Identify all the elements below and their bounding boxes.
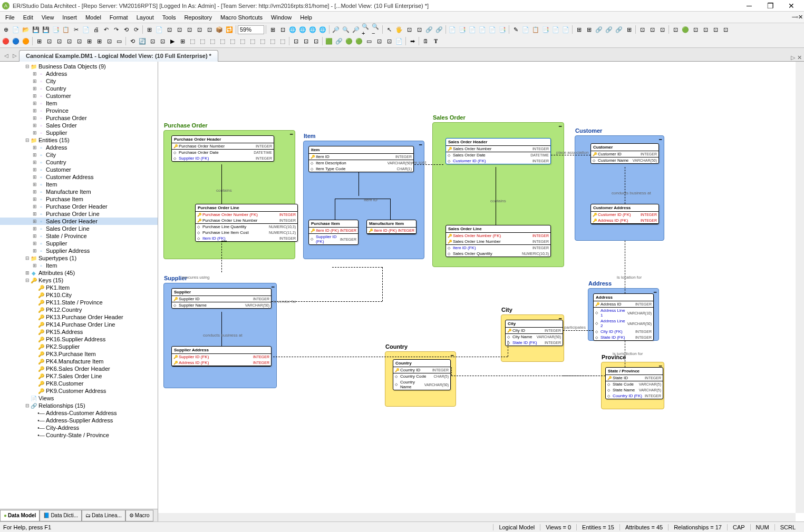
toolbar-button[interactable]: 🔴: [1, 36, 11, 46]
tree-key-item[interactable]: 🔑PK10.City: [0, 291, 158, 299]
toolbar-button[interactable]: ⊡: [701, 25, 710, 34]
toolbar-button[interactable]: 🔗: [334, 36, 344, 46]
entity-mitem[interactable]: Manufacture Item🔑Item ID (FK)INTEGER: [366, 220, 416, 234]
entity-soh[interactable]: Sales Order Header🔑Sales Order NumberINT…: [445, 138, 551, 164]
tree-key-item[interactable]: 🔑PK1.Item: [0, 284, 158, 291]
tree-key-item[interactable]: 🔑PK11.State / Province: [0, 299, 158, 306]
entity-item[interactable]: Item🔑Item IDINTEGER◇Item DescriptionVARC…: [308, 146, 414, 172]
toolbar-button[interactable]: 🟢: [344, 36, 354, 46]
toolbar-button[interactable]: 📄: [561, 25, 570, 34]
menu-help[interactable]: Help: [296, 13, 316, 22]
toolbar-button[interactable]: 🟢: [681, 25, 690, 34]
menu-repository[interactable]: Repository: [180, 13, 216, 22]
toolbar-button[interactable]: ⊡: [54, 36, 64, 46]
toolbar-button[interactable]: ⟳: [131, 25, 141, 34]
tree-key-item[interactable]: 🔑PK8.Customer: [0, 380, 158, 387]
minimize-button[interactable]: ─: [739, 0, 760, 12]
menu-format[interactable]: Format: [105, 13, 132, 22]
toolbar-button[interactable]: ⬚: [188, 36, 197, 46]
tree-bdo-item[interactable]: ⊞▫Address: [0, 70, 158, 77]
toolbar-button[interactable]: ⊞: [574, 25, 584, 34]
toolbar-button[interactable]: ⊡: [374, 36, 384, 46]
toolbar-button[interactable]: 🔵: [11, 36, 21, 46]
entity-poh[interactable]: Purchase Order Header🔑Purchase Order Num…: [171, 135, 274, 162]
tree-bdo-item[interactable]: ⊞▫Purchase Order: [0, 114, 158, 122]
toolbar-button[interactable]: 📄: [468, 25, 477, 34]
toolbar-button[interactable]: ↷: [111, 25, 121, 34]
toolbar-button[interactable]: 🔗: [434, 25, 444, 34]
cluster-minimize-icon[interactable]: ━: [659, 137, 662, 142]
toolbar-button[interactable]: ⊡: [64, 36, 74, 46]
menu-layout[interactable]: Layout: [132, 13, 158, 22]
tab-nav-left-icon[interactable]: ◁: [2, 53, 11, 61]
tree-entity-item[interactable]: ⊞▫Purchase Order Header: [0, 203, 158, 210]
toolbar-button[interactable]: ⊡: [164, 25, 174, 34]
toolbar-button[interactable]: ⊡: [721, 25, 730, 34]
tab-data-dictionary[interactable]: 📘Data Dicti...: [40, 510, 82, 521]
toolbar-button[interactable]: ✂: [71, 25, 81, 34]
toolbar-button[interactable]: ⊡: [384, 36, 394, 46]
tree-entity-item[interactable]: ⊞▫Address: [0, 144, 158, 151]
toolbar-button[interactable]: ⊡: [44, 36, 54, 46]
tree-entity-item[interactable]: ⊞▫Sales Order Line: [0, 225, 158, 232]
tree-key-item[interactable]: 🔑PK2.Supplier: [0, 343, 158, 350]
toolbar-button[interactable]: ⬚: [248, 36, 257, 46]
cluster-minimize-icon[interactable]: ━: [272, 284, 274, 290]
entity-country[interactable]: Country🔑Country IDINTEGER◇Country CodeCH…: [393, 359, 451, 390]
tree-entity-item[interactable]: ⊞▫Customer: [0, 166, 158, 173]
toolbar-button[interactable]: 📦: [215, 25, 224, 34]
toolbar-button[interactable]: 📑: [51, 25, 61, 34]
tab-close-icon[interactable]: ✕: [797, 54, 802, 61]
tree-relationships[interactable]: ⊟🔗Relationships (15): [0, 402, 158, 409]
tree-entity-item[interactable]: ⊞▫Purchase Item: [0, 195, 158, 203]
toolbar-button[interactable]: 🌐: [288, 25, 297, 34]
toolbar-button[interactable]: ⊞: [584, 25, 594, 34]
tree-bdo-item[interactable]: ⊞▫Supplier: [0, 129, 158, 136]
toolbar-button[interactable]: 🖨: [91, 25, 101, 34]
toolbar-button[interactable]: 🔗: [594, 25, 604, 34]
zoom-combo[interactable]: [238, 25, 264, 34]
tree-key-item[interactable]: 🔑PK12.Country: [0, 306, 158, 313]
toolbar-button[interactable]: ↖: [384, 25, 394, 34]
toolbar-button[interactable]: 🗓: [421, 36, 430, 46]
toolbar-button[interactable]: 📑: [541, 25, 550, 34]
toolbar-button[interactable]: ⬚: [278, 36, 287, 46]
menu-view[interactable]: View: [37, 13, 59, 22]
toolbar-button[interactable]: 📄: [394, 36, 404, 46]
toolbar-button[interactable]: ⊡: [414, 25, 424, 34]
toolbar-button[interactable]: ⊞: [144, 25, 154, 34]
tree-entity-item[interactable]: ⊞▫Supplier: [0, 240, 158, 247]
tree-supertype-item[interactable]: ⊞▫Item: [0, 262, 158, 269]
toolbar-button[interactable]: 🔍+: [361, 25, 371, 34]
toolbar-button[interactable]: ⊡: [104, 36, 114, 46]
toolbar-button[interactable]: 🌐: [318, 25, 327, 34]
tree-views[interactable]: 📄Views: [0, 395, 158, 402]
entity-pol[interactable]: Purchase Order Line🔑Purchase Order Numbe…: [195, 204, 298, 242]
cluster-minimize-icon[interactable]: ━: [559, 124, 561, 129]
tab-data-model[interactable]: ●Data Model: [0, 510, 40, 521]
toolbar-button[interactable]: ⊡: [311, 36, 321, 46]
toolbar-button[interactable]: ⊡: [291, 36, 301, 46]
toolbar-button[interactable]: 🔗: [604, 25, 614, 34]
tree-key-item[interactable]: 🔑PK14.Purchase Order Line: [0, 321, 158, 328]
tree-key-item[interactable]: 🔑PK13.Purchase Order Header: [0, 313, 158, 321]
tree-relationship-item[interactable]: •—City-Address: [0, 424, 158, 431]
entity-supplier[interactable]: Supplier🔑Supplier IDINTEGER◇Supplier Nam…: [171, 288, 272, 309]
toolbar-button[interactable]: ⬚: [198, 36, 207, 46]
toolbar-button[interactable]: ⬚: [218, 36, 227, 46]
tree-bdo-item[interactable]: ⊞▫Customer: [0, 92, 158, 100]
cluster-minimize-icon[interactable]: ━: [419, 142, 422, 147]
toolbar-button[interactable]: ⊡: [301, 36, 311, 46]
toolbar-button[interactable]: 🔄: [138, 36, 147, 46]
entity-address[interactable]: Address🔑Address IDINTEGER◇Address Line 1…: [593, 293, 654, 341]
toolbar-button[interactable]: 🌐: [298, 25, 307, 34]
tab-nav-right-icon[interactable]: ▷: [11, 53, 19, 61]
toolbar-button[interactable]: ⟲: [121, 25, 131, 34]
toolbar-button[interactable]: 🔗: [424, 25, 434, 34]
toolbar-button[interactable]: 📂: [21, 25, 31, 34]
tree-relationship-item[interactable]: •—Country-State / Province: [0, 431, 158, 439]
toolbar-button[interactable]: ⬚: [258, 36, 267, 46]
tree-entities[interactable]: ⊟📁Entities (15): [0, 136, 158, 144]
toolbar-button[interactable]: ⊞: [268, 25, 277, 34]
diagram-canvas[interactable]: Purchase Order━Item━Sales Order━Customer…: [158, 62, 804, 521]
